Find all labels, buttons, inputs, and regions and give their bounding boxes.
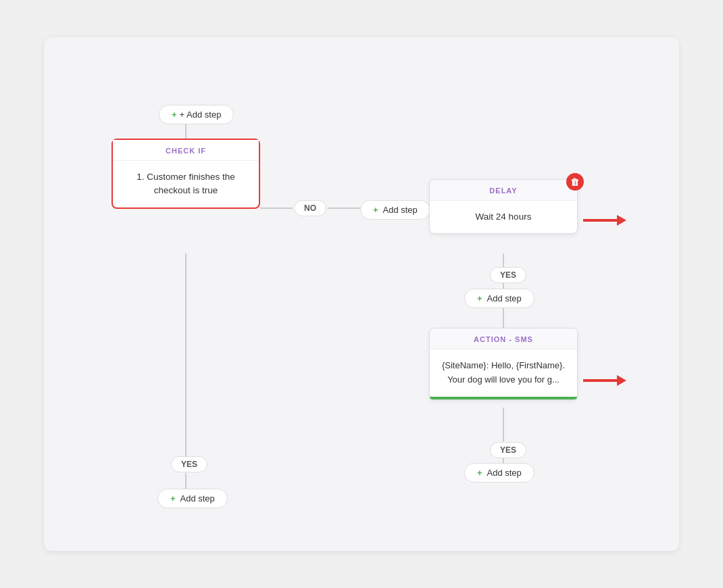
yes-badge-sms: YES: [490, 442, 526, 458]
add-step-label: + Add step: [180, 109, 222, 120]
add-step-no-path[interactable]: + Add step: [360, 200, 430, 220]
add-step-bl-label: Add step: [178, 493, 215, 504]
check-if-condition: 1. Customer finishes the checkout is tru…: [113, 161, 259, 207]
sms-footer-bar: [430, 397, 577, 399]
sms-body: {SiteName}: Hello, {FirstName}. Your dog…: [430, 349, 577, 397]
no-badge: NO: [294, 200, 326, 216]
plus-icon-no: +: [373, 205, 378, 215]
sms-header: ACTION - SMS: [430, 328, 577, 349]
add-step-mid-right[interactable]: + Add step: [464, 289, 534, 308]
plus-icon: +: [172, 109, 177, 120]
plus-icon-mid: +: [477, 293, 482, 303]
check-if-node[interactable]: CHECK IF 1. Customer finishes the checko…: [111, 139, 260, 209]
add-step-no-label: Add step: [381, 205, 418, 215]
add-step-mid-label: Add step: [485, 293, 522, 303]
check-if-header: CHECK IF: [113, 140, 259, 161]
plus-icon-br: +: [477, 468, 482, 478]
delay-header: DELAY 🗑: [430, 180, 577, 201]
add-step-top[interactable]: ++ Add step: [159, 105, 234, 124]
delay-body: Wait 24 hours: [430, 201, 577, 233]
add-step-bottom-left[interactable]: + Add step: [157, 489, 228, 508]
delete-button[interactable]: 🗑: [566, 173, 584, 191]
add-step-br-label: Add step: [485, 468, 522, 478]
yes-badge-left: YES: [171, 456, 207, 472]
delay-node[interactable]: DELAY 🗑 Wait 24 hours: [429, 179, 578, 234]
plus-icon-bl: +: [170, 493, 176, 504]
red-arrow-delay: [583, 215, 626, 226]
yes-badge-delay: YES: [490, 267, 526, 283]
connector-lines: [44, 37, 679, 551]
red-arrow-sms: [583, 375, 626, 386]
trash-icon: 🗑: [570, 177, 580, 187]
sms-node[interactable]: ACTION - SMS {SiteName}: Hello, {FirstNa…: [429, 328, 578, 400]
workflow-canvas: ++ Add step CHECK IF 1. Customer finishe…: [44, 37, 679, 551]
delay-header-text: DELAY: [489, 187, 517, 195]
add-step-bottom-right[interactable]: + Add step: [464, 463, 534, 483]
